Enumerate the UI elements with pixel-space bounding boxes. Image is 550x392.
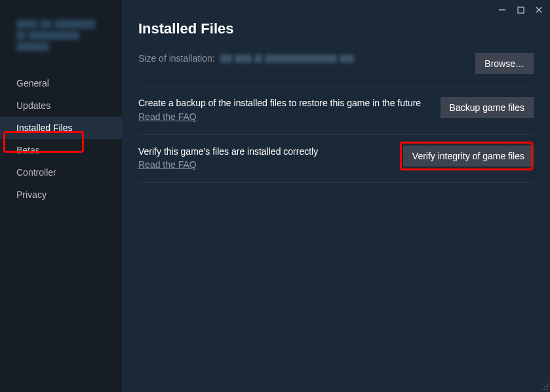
svg-point-8 bbox=[544, 389, 545, 390]
backup-section: Create a backup of the installed files t… bbox=[138, 97, 534, 135]
window-controls bbox=[498, 5, 543, 14]
resize-grip-icon[interactable] bbox=[540, 382, 549, 391]
nav-items: General Updates Installed Files Betas Co… bbox=[0, 72, 122, 206]
main-panel: Installed Files Size of installation: Br… bbox=[122, 0, 550, 392]
page-title: Installed Files bbox=[138, 20, 534, 37]
svg-point-7 bbox=[541, 389, 543, 390]
minimize-icon[interactable] bbox=[498, 5, 507, 14]
nav-item-privacy[interactable]: Privacy bbox=[0, 184, 122, 206]
svg-point-9 bbox=[547, 389, 548, 390]
close-icon[interactable] bbox=[534, 5, 543, 14]
verify-desc: Verify this game's files are installed c… bbox=[138, 146, 390, 159]
verify-faq-link[interactable]: Read the FAQ bbox=[138, 159, 197, 170]
nav-item-updates[interactable]: Updates bbox=[0, 94, 122, 117]
game-title-blurred bbox=[16, 20, 109, 51]
backup-button[interactable]: Backup game files bbox=[441, 97, 534, 118]
backup-faq-link[interactable]: Read the FAQ bbox=[138, 111, 197, 122]
svg-rect-1 bbox=[518, 7, 524, 13]
size-value-blurred bbox=[220, 54, 354, 63]
backup-desc: Create a backup of the installed files t… bbox=[138, 97, 427, 110]
size-section: Size of installation: Browse… bbox=[138, 53, 534, 87]
nav-item-controller[interactable]: Controller bbox=[0, 161, 122, 184]
svg-point-4 bbox=[547, 383, 548, 385]
maximize-icon[interactable] bbox=[516, 5, 525, 14]
svg-point-6 bbox=[547, 386, 548, 387]
nav-item-installed-files[interactable]: Installed Files bbox=[0, 117, 122, 139]
verify-button[interactable]: Verify integrity of game files bbox=[403, 146, 534, 167]
browse-button[interactable]: Browse… bbox=[475, 53, 534, 74]
sidebar: General Updates Installed Files Betas Co… bbox=[0, 0, 122, 392]
nav-item-general[interactable]: General bbox=[0, 72, 122, 94]
size-label: Size of installation: bbox=[138, 53, 215, 64]
nav-item-betas[interactable]: Betas bbox=[0, 139, 122, 161]
svg-point-5 bbox=[544, 386, 545, 387]
verify-section: Verify this game's files are installed c… bbox=[138, 146, 534, 184]
game-title-area bbox=[0, 20, 122, 64]
